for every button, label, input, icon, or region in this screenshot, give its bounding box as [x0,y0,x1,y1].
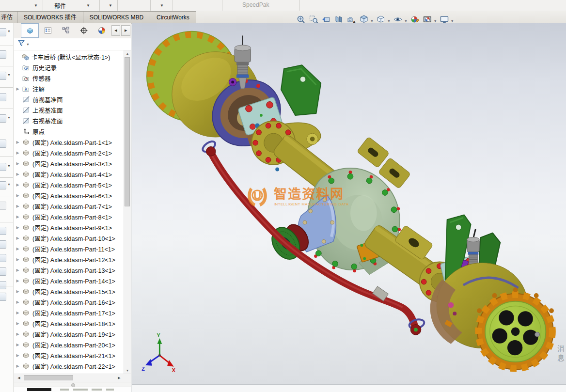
tree-item[interactable]: ▶(固定) Axle.sldasm-Part-9<1> [14,222,124,233]
left-toolbar-icon-7[interactable] [0,163,6,171]
featuremanager-tree-icon[interactable] [21,23,39,38]
left-toolbar-icon-6[interactable] [0,140,6,148]
tree-item[interactable]: ▶(固定) Axle.sldasm-Part-13<1> [14,265,124,275]
left-toolbar-icon-13[interactable] [0,267,6,276]
expand-arrow-icon[interactable]: ▶ [14,311,21,315]
tree-item[interactable]: 前视基准面 [14,94,124,105]
command-tab-2[interactable]: SOLIDWORKS 插件 [17,11,83,23]
scroll-right-icon[interactable]: ▶ [115,374,123,381]
dropdown-caret-icon[interactable]: ▼ [451,19,454,23]
propertymanager-icon[interactable] [39,23,57,38]
tree-item[interactable]: ▶(固定) Axle.sldasm-Part-16<1> [14,297,124,307]
dropdown-caret-icon[interactable]: ▼ [434,19,437,23]
tree-item[interactable]: 上视基准面 [14,105,124,115]
tree-item[interactable]: 右视基准面 [14,115,124,126]
panel-tab-scroll-left[interactable]: ◀ [111,25,121,36]
left-toolbar-icon-1[interactable] [0,28,6,36]
dropdown-caret-icon[interactable]: ▼ [387,19,391,23]
tree-item[interactable]: 原点 [14,126,124,137]
tree-item[interactable]: ▶(固定) Axle.sldasm-Part-20<1> [14,339,124,350]
expand-arrow-icon[interactable]: ▶ [14,289,21,294]
configurationmanager-icon[interactable] [57,23,75,38]
tree-item[interactable]: 传感器 [14,73,124,83]
tree-item[interactable]: ▶(固定) Axle.sldasm-Part-12<1> [14,254,124,265]
dropdown-caret-icon[interactable]: ▼ [7,116,11,119]
expand-arrow-icon[interactable]: ▶ [14,332,21,336]
apply-scene-icon[interactable] [421,13,434,26]
panel-tab-scroll-right[interactable]: ▶ [121,25,130,36]
displaymanager-icon[interactable] [93,23,111,38]
expand-arrow-icon[interactable]: ▶ [14,268,21,272]
scroll-down-icon[interactable]: ▼ [124,367,131,374]
scrollbar-thumb[interactable] [125,57,130,206]
tree-horizontal-scrollbar[interactable]: ◀ ▶ [14,374,131,382]
left-toolbar-icon-15[interactable] [0,293,6,301]
left-toolbar-icon-5[interactable] [0,114,6,123]
tree-item[interactable]: ▶(固定) Axle.sldasm-Part-11<1> [14,243,124,254]
scroll-up-icon[interactable]: ▲ [124,50,131,57]
graphics-viewport[interactable]: Y X Z 智造资料网 INTELLIGENT MANUFACTURING DA… [132,23,566,384]
left-toolbar-icon-10[interactable] [0,227,6,235]
expand-arrow-icon[interactable]: ▶ [14,161,21,166]
display-style-icon[interactable] [375,13,387,26]
tree-item[interactable]: ▶(固定) Axle.sldasm-Part-15<1> [14,286,124,297]
expand-arrow-icon[interactable]: ▶ [14,87,21,91]
expand-arrow-icon[interactable]: ▶ [14,183,21,187]
filter-caret-icon[interactable]: ▼ [26,43,30,46]
previous-view-icon[interactable] [320,13,332,26]
scrollbar-thumb[interactable] [24,375,73,380]
left-toolbar-icon-11[interactable] [0,240,6,249]
dimxpertmanager-icon[interactable] [75,23,93,38]
expand-arrow-icon[interactable]: ▶ [14,215,21,219]
tree-vertical-scrollbar[interactable]: ▲ ▼ [124,50,131,374]
dropdown-caret-icon[interactable]: ▼ [7,73,11,77]
zoom-to-fit-icon[interactable] [295,13,307,26]
tree-item[interactable]: ▶(固定) Axle.sldasm-Part-6<1> [14,190,124,201]
dropdown-caret-icon[interactable]: ▼ [34,3,38,8]
tree-root-item[interactable]: 卡车后桥 (默认<显示状态-1>) [14,51,124,62]
filter-funnel-icon[interactable] [17,39,25,49]
dropdown-caret-icon[interactable]: ▼ [7,30,11,33]
section-view-icon[interactable] [332,13,345,26]
expand-arrow-icon[interactable]: ▶ [14,247,21,251]
view-orientation-icon[interactable] [358,13,370,26]
left-toolbar-icon-4[interactable] [0,93,6,101]
hide-show-items-icon[interactable] [392,13,404,26]
expand-arrow-icon[interactable]: ▶ [14,364,21,368]
expand-arrow-icon[interactable]: ▶ [14,300,21,304]
left-toolbar-icon-2[interactable] [0,50,6,59]
expand-arrow-icon[interactable]: ▶ [14,204,21,208]
left-toolbar-icon-3[interactable] [0,72,6,80]
task-pane-vertical-text[interactable]: 消息 [557,345,566,363]
expand-arrow-icon[interactable]: ▶ [14,236,21,240]
expand-arrow-icon[interactable]: ▶ [14,193,21,198]
tree-item[interactable]: ▶(固定) Axle.sldasm-Part-3<1> [14,158,124,169]
expand-arrow-icon[interactable]: ▶ [14,353,21,358]
left-toolbar-icon-14[interactable] [0,281,6,289]
tree-item[interactable]: ▶(固定) Axle.sldasm-Part-5<1> [14,179,124,190]
tree-item[interactable]: ▶(固定) Axle.sldasm-Part-21<1> [14,350,124,361]
annotation-view-icon[interactable]: A [345,13,358,26]
dropdown-caret-icon[interactable]: ▼ [370,19,374,23]
dropdown-caret-icon[interactable]: ▼ [86,3,90,8]
tree-item[interactable]: ▶(固定) Axle.sldasm-Part-17<1> [14,307,124,318]
command-tab-4[interactable]: CircuitWorks [150,11,196,23]
expand-arrow-icon[interactable]: ▶ [14,151,21,155]
panel-splitter[interactable] [14,382,131,387]
tree-item[interactable]: ▶(固定) Axle.sldasm-Part-2<1> [14,147,124,158]
expand-arrow-icon[interactable]: ▶ [14,321,21,326]
dropdown-caret-icon[interactable]: ▼ [404,19,408,23]
expand-arrow-icon[interactable]: ▶ [14,172,21,176]
component-pattern-button[interactable]: 部件 [54,1,66,10]
command-tab-3[interactable]: SOLIDWORKS MBD [83,11,150,23]
tree-item[interactable]: ▶(固定) Axle.sldasm-Part-4<1> [14,169,124,179]
tree-item[interactable]: ▶(固定) Axle.sldasm-Part-14<1> [14,275,124,286]
dropdown-caret-icon[interactable]: ▼ [7,183,11,186]
tree-item[interactable]: ▶(固定) Axle.sldasm-Part-19<1> [14,329,124,339]
dropdown-caret-icon[interactable]: ▼ [109,3,112,8]
expand-arrow-icon[interactable]: ▶ [14,279,21,283]
left-toolbar-icon-8[interactable] [0,181,6,189]
edit-appearance-icon[interactable] [409,13,421,26]
view-settings-icon[interactable] [438,13,451,26]
tree-item[interactable]: ▶(固定) Axle.sldasm-Part-22<1> [14,361,124,371]
